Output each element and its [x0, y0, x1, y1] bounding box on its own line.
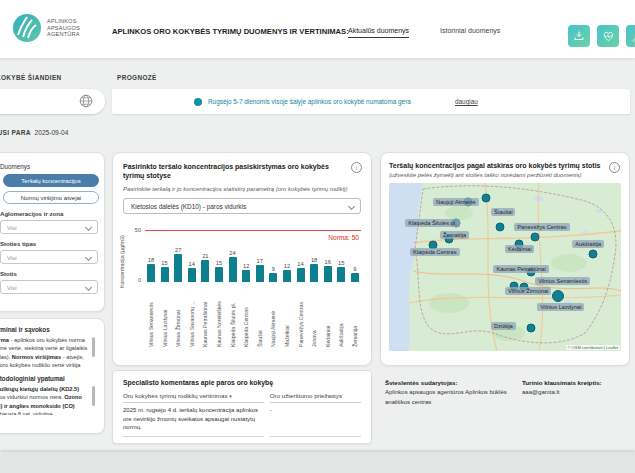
bar: 24 [227, 224, 239, 282]
x-tick-label: Vilnius Lazdynai [159, 283, 171, 347]
bar-value-label: 9 [272, 266, 275, 272]
bar: 27 [172, 224, 184, 282]
header: APLINKOS APSAUGOS AGENTŪRA APLINKOS ORO … [0, 0, 635, 58]
x-tick-label: Naujoji Akmenė [267, 283, 279, 347]
info-icon[interactable]: i [351, 162, 362, 173]
today-section-label: ORO KOKYBĖ ŠIANDIEN [0, 74, 62, 81]
chart-panel: Pasirinkto teršalo koncentracijos pasisk… [112, 152, 372, 366]
bar-value-label: 16 [324, 259, 330, 265]
x-tick-label: Vilnius Savanorių ... [186, 283, 198, 347]
pollutant-select-value: Kietosios dalelės (KD10) - paros vidurki… [131, 203, 246, 210]
health-button[interactable] [597, 25, 619, 47]
station-type-value: Visi [7, 254, 17, 261]
contact-label: Turinio klausimais kreiptis: [522, 379, 602, 386]
map-attribution: © OSM contributors | Leaflet [566, 345, 620, 350]
methodology-heading: Metodologiniai ypatumai [0, 375, 96, 382]
station-label-chip: Naujoji Akmenė [433, 198, 479, 206]
chevron-down-icon [85, 254, 92, 261]
station-dot[interactable] [482, 194, 491, 203]
download-icon [573, 30, 585, 42]
user-button[interactable] [626, 25, 635, 47]
station-label-chip: Vilnius Senamiestis [535, 277, 590, 285]
x-tick-label: Aukštaitija [335, 283, 347, 347]
x-tick-label: Vilnius Senamiestis [145, 283, 157, 347]
station-value: Visi [7, 284, 17, 291]
bar-value-label: 12 [243, 263, 249, 269]
page-title: APLINKOS ORO KOKYBĖS TYRIMŲ DUOMENYS IR … [112, 27, 349, 36]
bar-rect [147, 264, 155, 283]
agglomeration-zone-select[interactable]: Visi [0, 220, 98, 234]
today-air-quality-button[interactable] [0, 89, 105, 114]
x-tick-label: Šiauliai [254, 283, 266, 347]
comment-col2-header[interactable]: Oro užterštumo priežastys [270, 392, 361, 403]
author-value: Aplinkos apsaugos agentūros Aplinkos būk… [385, 389, 507, 404]
station-label-chip: Vilnius Žirmūnai [505, 287, 551, 295]
agency-logo: APLINKOS APSAUGOS AGENTŪRA [12, 13, 80, 43]
bar-value-label: 12 [284, 263, 290, 269]
station-label-chip: Vilnius Lazdynai [537, 303, 584, 311]
bar-rect [310, 264, 318, 283]
past-day-date: 2025-09-04 [35, 129, 69, 136]
methodology-text: Smulkiųjų kietųjų dalelių (KD2.5) paros … [0, 385, 96, 415]
x-tick-label: Žemaitija [349, 283, 361, 347]
bar-rect [324, 266, 332, 283]
station-select[interactable]: Visi [0, 280, 98, 294]
station-dot[interactable] [552, 290, 564, 302]
contact-email[interactable]: aaa@gamta.lt [522, 389, 559, 395]
pollutant-concentrations-button[interactable]: Teršalų koncentracijos [3, 174, 99, 187]
bar: 18 [145, 224, 157, 282]
tab-current-data[interactable]: Aktualūs duomenys [348, 27, 409, 38]
tab-historical-data[interactable]: Istoriniai duomenys [440, 27, 500, 37]
health-pulse-icon [602, 30, 615, 43]
station-dot[interactable] [496, 222, 505, 231]
bar: 14 [295, 224, 307, 282]
terms-scrollbar[interactable] [92, 337, 95, 357]
x-tick-label: Panevėžys Centras [295, 283, 307, 347]
station-dot[interactable] [589, 249, 598, 258]
bar: 12 [240, 224, 252, 282]
comment-col1-header[interactable]: Oro kokybės tyrimų rodiklių vertinimas ▾ [123, 392, 264, 403]
forecast-message: Rugsėjo 5-7 dienomis visoje šalyje aplin… [208, 98, 411, 105]
x-tick-label: Klaipėda Šilutės pl. [227, 283, 239, 347]
author-label: Švieslentės sudarytojas: [385, 379, 458, 386]
bar: 14 [186, 224, 198, 282]
bar-value-label: 15 [216, 260, 222, 266]
stations-map[interactable]: © OSM contributors | Leaflet Naujoji Akm… [389, 183, 621, 351]
station-type-select[interactable]: Visi [0, 250, 98, 264]
chevron-down-icon [348, 203, 355, 210]
station-dot[interactable] [531, 232, 540, 241]
user-icon [631, 30, 635, 43]
comment-heading: Specialisto komentaras apie paros oro ko… [123, 379, 361, 386]
bar-value-label: 9 [353, 266, 356, 272]
bar-value-label: 21 [202, 253, 208, 259]
bar-value-label: 14 [189, 261, 195, 267]
station-label-chip: Aukštaitija [572, 240, 604, 248]
pollutant-select[interactable]: Kietosios dalelės (KD10) - paros vidurki… [123, 198, 361, 214]
bar-rect [229, 257, 237, 282]
bar: 9 [349, 224, 361, 282]
x-tick-label: Jonava [308, 283, 320, 347]
bar-rect [201, 260, 209, 282]
bottom-bar [0, 452, 635, 473]
download-button[interactable] [568, 25, 590, 47]
station-dot[interactable] [526, 323, 535, 332]
forecast-more-link[interactable]: daugiau [455, 98, 478, 105]
filters-section-label: Duomenys [0, 163, 96, 170]
station-label-chip: Dzūkija [491, 322, 516, 330]
station-label-chip: Šiauliai [491, 208, 515, 216]
station-label-chip: Kėdainiai [505, 245, 534, 253]
bar: 12 [281, 224, 293, 282]
info-icon[interactable]: i [609, 162, 620, 173]
methodology-scrollbar[interactable] [92, 386, 95, 406]
norm-exceedance-button[interactable]: Normų viršijimo atvejai [3, 191, 99, 204]
x-tick-label: Mažeikiai [281, 283, 293, 347]
map-subtitle: (užveskite pelės žymeklį ant stoties taš… [389, 172, 621, 178]
bar-rect [174, 254, 182, 282]
chart-title: Pasirinkto teršalo koncentracijos pasisk… [123, 162, 341, 180]
bar-value-label: 17 [257, 258, 263, 264]
x-tick-label: Vilnius Žirmūnai [172, 283, 184, 347]
agglomeration-zone-label: Aglomeracijos ir zona [0, 210, 96, 217]
forecast-status-dot [194, 98, 202, 106]
logo-icon [12, 13, 42, 43]
bar-value-label: 15 [161, 260, 167, 266]
